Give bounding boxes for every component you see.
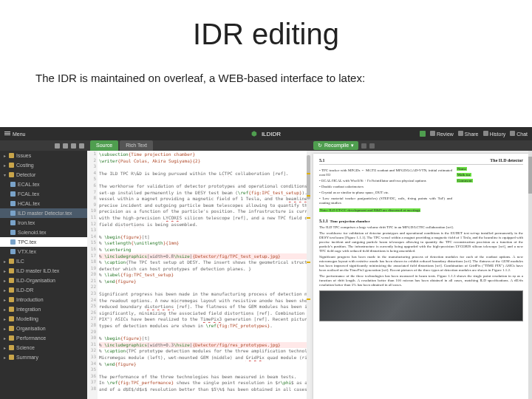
editor-line[interactable]: % \begin{figure}[t] (99, 234, 310, 241)
file-tree-file[interactable]: TPC.tex (0, 237, 87, 247)
editor-line[interactable] (99, 330, 310, 336)
file-tree-file[interactable]: FCAL.tex (0, 189, 87, 199)
pdf-download-icon[interactable] (361, 143, 366, 149)
rename-icon[interactable] (79, 143, 84, 149)
editor-line[interactable]: Micromegas module (left), wet-mounted GE… (99, 355, 310, 361)
preview-scrollbar[interactable] (528, 151, 532, 399)
editor-line[interactable]: % \caption{TPC prototype detection modul… (99, 348, 310, 355)
file-tree-file[interactable]: ILD master Detector.tex (0, 208, 87, 218)
pdf-page: 5.1 The ILD detector • TPC tracker with … (313, 154, 529, 399)
file-icon (10, 182, 16, 187)
editor-line[interactable]: and of a d$E$/d$x$ resolution better tha… (99, 386, 310, 393)
scrollbar-thumb[interactable] (528, 157, 532, 194)
chat-label: Chat (516, 132, 528, 137)
review-button[interactable]: Review (430, 131, 454, 137)
file-tree-label: ECAL.tex (18, 182, 40, 187)
overleaf-app: Menu ⬢ ILDIDR Review Share History Chat (0, 127, 532, 399)
file-tree-folder[interactable]: ▸ILD master ILD.tex (0, 266, 87, 276)
editor-line[interactable]: % \includegraphics[width=0.3\hsize]{Dete… (99, 342, 310, 349)
tab-source[interactable]: Source (90, 140, 118, 151)
editor-line[interactable]: % \begin{figure}[t] (99, 335, 310, 342)
editor-content[interactable]: \subsection{Time projection chamber}\wri… (99, 151, 310, 393)
preview-note-highlight: Note: ILD ET-CC development and R&D are … (319, 208, 420, 212)
file-tree-file[interactable]: ECAL.tex (0, 180, 87, 189)
editor-line[interactable]: significantly, minimizing the associated… (99, 310, 310, 317)
refresh-icon: ↻ (318, 141, 322, 150)
editor-pane[interactable]: 1234567891011121314151617181920212223242… (87, 151, 310, 399)
editor-line[interactable]: The performance of the three technologie… (99, 374, 310, 381)
editor-line[interactable]: Significant progress has been made in th… (99, 291, 310, 298)
editor-line[interactable] (99, 228, 310, 234)
file-tree-folder[interactable]: ▸ILD-DR (0, 285, 87, 295)
share-icon (458, 131, 463, 136)
editor-line[interactable]: % \includegraphics[width=0.8\hsize]{Dete… (99, 253, 310, 260)
chat-button[interactable]: Chat (510, 131, 528, 137)
editor-line[interactable]: types of detection modules are shown in … (99, 323, 310, 330)
editor-line[interactable]: % \end{figure} (99, 279, 310, 285)
file-tree-file[interactable]: VTX.tex (0, 247, 87, 256)
file-tree-folder[interactable]: ▸Organisation (0, 324, 87, 333)
new-file-icon[interactable] (55, 143, 60, 149)
history-button[interactable]: History (483, 131, 506, 137)
file-tree-folder[interactable]: ▸Modelling (0, 314, 87, 324)
top-toolbar: Menu ⬢ ILDIDR Review Share History Chat (0, 127, 532, 140)
editor-line[interactable]: PIX") ASICs have been realized to the Ti… (99, 316, 310, 323)
file-tree-label: Detector (16, 172, 35, 177)
recompile-button[interactable]: ↻ Recompile ▾ (313, 141, 358, 150)
file-tree-file[interactable]: Iron.tex (0, 218, 87, 228)
editor-line[interactable]: % \end{figure} (99, 361, 310, 368)
file-tree-folder[interactable]: ▾Detector (0, 170, 87, 180)
file-tree[interactable]: ▸Issues▸Costing▾DetectorECAL.texFCAL.tex… (0, 151, 87, 399)
editor-line[interactable] (99, 284, 310, 291)
editor-line[interactable]: precise incident and outgoing particle b… (99, 202, 310, 209)
file-tree-file[interactable]: Solenoid.tex (0, 228, 87, 237)
overleaf-logo-icon: ⬢ (251, 130, 257, 137)
file-tree-file[interactable]: HCAL.tex (0, 199, 87, 208)
editor-line[interactable]: detector which can host prototypes of de… (99, 266, 310, 273)
share-button[interactable]: Share (458, 131, 479, 137)
file-tree-label: Solenoid.tex (18, 230, 47, 235)
editor-line[interactable]: % \caption{The TPC test setup at DESY. T… (99, 259, 310, 266)
preview-bullet: • TPC tracker with MPGDs ← MGTE readout … (319, 168, 452, 177)
file-tree-folder[interactable]: ▸Introduction (0, 295, 87, 304)
editor-line[interactable]: \subsection{Time projection chamber} (99, 151, 310, 158)
editor-line[interactable]: The workhorse for validation of detector… (99, 183, 310, 190)
editor-line[interactable]: \writer{Paul Colas, Akira Sugiyama}{2} (99, 158, 310, 165)
menu-button[interactable]: Menu (4, 132, 26, 137)
editor-line[interactable] (99, 177, 310, 183)
editor-line[interactable]: field distortions is being assembled. (99, 222, 310, 228)
editor-line[interactable]: vessel within a magnet providing a magne… (99, 196, 310, 202)
file-tree-folder[interactable]: ▸Science (0, 343, 87, 352)
new-folder-icon[interactable] (63, 143, 68, 149)
file-tree-folder[interactable]: ▸Summary (0, 352, 87, 362)
folder-icon (9, 163, 14, 168)
editor-line[interactable]: reduced boundary distortions [ref]. The … (99, 304, 310, 310)
tab-richtext[interactable]: Rich Text (120, 140, 153, 151)
file-tree-label: FCAL.tex (18, 191, 39, 197)
editor-line[interactable]: The ILD TPC R\&D is being pursued within… (99, 171, 310, 177)
editor-line[interactable] (99, 164, 310, 171)
editor-line[interactable]: In \ref{fig:TPC_performance} shows the s… (99, 380, 310, 386)
editor-line[interactable]: % \label{fig:TPC_test_setup} (99, 272, 310, 279)
file-tree-folder[interactable]: ▸Issues (0, 151, 87, 160)
file-tree-folder[interactable]: ▸ILD-Organisation (0, 276, 87, 285)
preview-bullet: • Low material tracker par(particles) (S… (319, 197, 452, 205)
editor-line[interactable]: precision as a function of the particle'… (99, 208, 310, 215)
pdf-preview-pane[interactable]: 5.1 The ILD detector • TPC tracker with … (310, 151, 532, 399)
file-tree-folder[interactable]: ▸ILC (0, 256, 87, 266)
file-tree-folder[interactable]: ▸Integration (0, 304, 87, 314)
file-icon (10, 211, 16, 216)
editor-line[interactable]: set-up installed permanently in the DESY… (99, 190, 310, 197)
logs-icon[interactable] (369, 143, 375, 149)
file-tree-folder[interactable]: ▸Costing (0, 160, 87, 170)
upload-icon[interactable] (71, 143, 76, 149)
file-tree-folder[interactable]: ▸Performance (0, 333, 87, 343)
editor-line[interactable]: % \centering (99, 247, 310, 253)
editor-line[interactable] (99, 367, 310, 374)
editor-line[interactable]: the readout options. A new micromegas la… (99, 298, 310, 304)
preview-subsection-number: 5.1.1 (319, 219, 328, 223)
track-changes-icon[interactable] (420, 131, 426, 137)
editor-line[interactable]: with the high-precision LYCORIS silicon … (99, 215, 310, 222)
file-tree-label: Summary (16, 355, 38, 360)
editor-line[interactable]: % \setlength{\unitlength}{1mm} (99, 240, 310, 247)
